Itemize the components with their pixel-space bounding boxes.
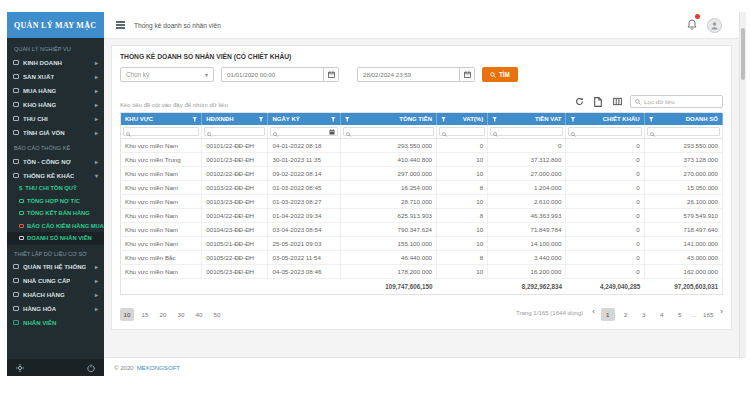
refresh-icon[interactable] bbox=[573, 96, 585, 107]
prev-page-icon[interactable]: ‹ bbox=[592, 308, 595, 316]
column-filter-input-khu-vuc[interactable] bbox=[123, 127, 199, 136]
page-4[interactable]: 4 bbox=[655, 308, 669, 321]
next-page-icon[interactable]: › bbox=[720, 308, 723, 316]
sidebar-item-nhan-vien[interactable]: NHÂN VIÊN bbox=[7, 316, 104, 330]
sidebar-item-ton-cong-no[interactable]: TỒN - CÔNG NỢ▸ bbox=[7, 154, 104, 168]
bar-chart-icon bbox=[13, 159, 19, 164]
cell-hd-xndh: 00103/22-ĐĐ-ĐH bbox=[202, 181, 268, 195]
cell-tong-tien: 297.000.000 bbox=[340, 167, 436, 181]
sidebar-item-kinh-doanh[interactable]: KINH DOANH▸ bbox=[7, 55, 104, 69]
table-row[interactable]: Khu vực miền Trung00101/23-ĐĐ-ĐH30-01-20… bbox=[121, 153, 723, 167]
column-label: TIỀN VAT bbox=[535, 116, 561, 122]
filter-funnel-icon[interactable] bbox=[345, 117, 350, 122]
chevron-right-icon: ▸ bbox=[95, 87, 98, 94]
column-header-tien-vat[interactable]: TIỀN VAT bbox=[488, 113, 566, 126]
sidebar-item-tinh-gia-von[interactable]: TÍNH GIÁ VỐN▸ bbox=[7, 125, 104, 139]
sidebar-subitem-tong-hop-no-tc[interactable]: TỔNG HỢP NỢ T/C bbox=[7, 195, 104, 208]
sidebar-subitem-bao-cao-kiem-hang-mua-loi[interactable]: BÁO CÁO KIỂM HÀNG MUA LỖI bbox=[7, 220, 104, 233]
date-to-value: 28/02/2024 23:59 bbox=[358, 71, 459, 78]
date-to-input[interactable]: 28/02/2024 23:59 bbox=[357, 67, 475, 82]
column-header-doanh-so[interactable]: DOANH SỐ bbox=[644, 113, 722, 126]
filter-funnel-icon[interactable] bbox=[331, 117, 336, 122]
table-row[interactable]: Khu vực miền Nam00103/23-ĐĐ-ĐH01-03-2023… bbox=[121, 195, 723, 209]
user-avatar[interactable] bbox=[707, 18, 722, 33]
column-filter-input-vat[interactable] bbox=[439, 127, 485, 136]
table-row[interactable]: Khu vực miền Nam00104/22-ĐĐ-ĐH01-04-2022… bbox=[121, 209, 723, 223]
sidebar-item-khach-hang[interactable]: KHÁCH HÀNG▸ bbox=[7, 288, 104, 302]
page-165[interactable]: 165 bbox=[700, 308, 716, 321]
table-row[interactable]: Khu vực miền Nam00105/21-ĐĐ-ĐH25-05-2021… bbox=[121, 237, 723, 251]
column-filter-input-tong-tien[interactable] bbox=[343, 127, 434, 136]
date-from-input[interactable]: 01/01/2020 00:00 bbox=[221, 67, 339, 82]
cell-tien-vat: 46.363.993 bbox=[488, 209, 566, 223]
notifications-bell-icon[interactable] bbox=[687, 16, 697, 34]
cell-doanh-so: 26.100.000 bbox=[644, 195, 722, 209]
page-size-10[interactable]: 10 bbox=[120, 308, 134, 321]
page-1[interactable]: 1 bbox=[601, 308, 615, 321]
column-filter-input-doanh-so[interactable] bbox=[647, 127, 720, 136]
cell-chiet-khau: 0 bbox=[566, 251, 644, 265]
column-filter-input-chiet-khau[interactable] bbox=[568, 127, 641, 136]
sidebar-subitem-thu-chi-ton-quy[interactable]: $THU CHI TỒN QUỸ bbox=[7, 182, 104, 195]
filter-cell-khu-vuc bbox=[121, 125, 202, 139]
sidebar-subitem-doanh-so-nhan-vien[interactable]: DOANH SỐ NHÂN VIÊN bbox=[7, 232, 104, 245]
calendar-icon[interactable] bbox=[329, 129, 335, 135]
table-row[interactable]: Khu vực miền Nam00103/22-ĐĐ-ĐH01-03-2022… bbox=[121, 181, 723, 195]
sidebar-item-kho-hang[interactable]: KHO HÀNG▸ bbox=[7, 97, 104, 111]
page-size-30[interactable]: 30 bbox=[174, 308, 188, 321]
sidebar-item-quan-tri-he-thong[interactable]: QUẢN TRỊ HỆ THỐNG▸ bbox=[7, 260, 104, 274]
vertical-scrollbar[interactable] bbox=[739, 12, 746, 357]
column-filter-input-tien-vat[interactable] bbox=[490, 127, 563, 136]
calendar-icon[interactable] bbox=[459, 68, 474, 81]
power-icon[interactable] bbox=[87, 364, 95, 372]
filter-funnel-icon[interactable] bbox=[649, 117, 654, 122]
sidebar-item-mua-hang[interactable]: MUA HÀNG▸ bbox=[7, 83, 104, 97]
export-file-icon[interactable] bbox=[592, 96, 604, 107]
hamburger-menu-icon[interactable] bbox=[116, 21, 125, 28]
find-button[interactable]: TÌM bbox=[482, 67, 518, 82]
page-size-50[interactable]: 50 bbox=[210, 308, 224, 321]
column-filter-input-hd-xndh[interactable] bbox=[204, 127, 265, 136]
page-footer: © 2020 MEKONGSOFT bbox=[104, 357, 746, 376]
page-2[interactable]: 2 bbox=[619, 308, 633, 321]
column-header-ngay-ky[interactable]: NGÀY KÝ bbox=[268, 113, 340, 126]
column-header-chiet-khau[interactable]: CHIẾT KHẤU bbox=[566, 113, 644, 126]
content-area: THỐNG KÊ DOANH SỐ NHÂN VIÊN (CÓ CHIẾT KH… bbox=[104, 39, 746, 357]
sidebar-item-thong-ke-khac[interactable]: THỐNG KÊ KHÁC▾ bbox=[7, 168, 104, 182]
chevron-down-icon: ▾ bbox=[205, 71, 208, 78]
column-filter-input-ngay-ky[interactable] bbox=[270, 127, 337, 136]
table-row[interactable]: Khu vực miền Bắc00105/22-ĐĐ-ĐH03-05-2022… bbox=[121, 251, 723, 265]
period-select[interactable]: Chọn kỳ ▾ bbox=[120, 67, 214, 82]
filter-funnel-icon[interactable] bbox=[192, 117, 197, 122]
cell-doanh-so: 373.128.000 bbox=[644, 153, 722, 167]
sidebar-item-san-xuat[interactable]: SẢN XUẤT▸ bbox=[7, 69, 104, 83]
sidebar-item-nha-cung-cap[interactable]: NHÀ CUNG CẤP▸ bbox=[7, 274, 104, 288]
grid-search-input[interactable]: Lọc dữ liệu bbox=[630, 95, 723, 108]
table-row[interactable]: Khu vực miền Nam00102/22-ĐĐ-ĐH09-02-2022… bbox=[121, 167, 723, 181]
sidebar-item-hang-hoa[interactable]: HÀNG HÓA▸ bbox=[7, 302, 104, 316]
table-row[interactable]: Khu vực miền Nam00105/23-ĐĐ-ĐH04-05-2023… bbox=[121, 265, 723, 279]
scrollbar-thumb[interactable] bbox=[741, 28, 745, 80]
page-size-40[interactable]: 40 bbox=[192, 308, 206, 321]
page-size-15[interactable]: 15 bbox=[138, 308, 152, 321]
calendar-icon[interactable] bbox=[323, 68, 338, 81]
vendor-link[interactable]: MEKONGSOFT bbox=[137, 364, 180, 371]
page-3[interactable]: 3 bbox=[637, 308, 651, 321]
page-5[interactable]: 5 bbox=[673, 308, 687, 321]
filter-funnel-icon[interactable] bbox=[570, 117, 575, 122]
breadcrumb: Thống kê doanh số nhân viên bbox=[134, 22, 221, 29]
cell-chiet-khau: 0 bbox=[566, 139, 644, 153]
table-row[interactable]: Khu vực miền Nam00104/23-ĐĐ-ĐH03-04-2023… bbox=[121, 223, 723, 237]
gear-icon[interactable] bbox=[16, 364, 24, 372]
table-row[interactable]: Khu vực miền Nam00101/22-ĐĐ-ĐH04-01-2022… bbox=[121, 139, 723, 153]
sidebar-item-thu-chi[interactable]: THU CHI▸ bbox=[7, 111, 104, 125]
page-size-20[interactable]: 20 bbox=[156, 308, 170, 321]
filter-funnel-icon[interactable] bbox=[492, 117, 497, 122]
filter-funnel-icon[interactable] bbox=[441, 117, 446, 122]
sidebar-subitem-tong-ket-ban-hang[interactable]: TỔNG KẾT BÁN HÀNG bbox=[7, 207, 104, 220]
filter-funnel-icon[interactable] bbox=[258, 117, 263, 122]
sidebar-subitem-label: DOANH SỐ NHÂN VIÊN bbox=[27, 235, 92, 241]
column-chooser-icon[interactable] bbox=[611, 96, 623, 107]
column-header-khu-vuc[interactable]: KHU VỰC bbox=[121, 113, 202, 126]
column-header-tong-tien[interactable]: TỔNG TIỀN bbox=[340, 113, 436, 126]
